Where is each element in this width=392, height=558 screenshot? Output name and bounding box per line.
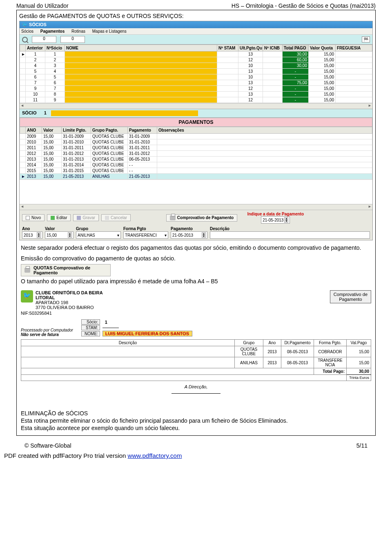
col-ultpgto[interactable]: Ult.Pgto.Qu [238,45,263,52]
menu-pagamentos[interactable]: Pagamentos [40,29,65,34]
footer-left: © Software-Global [24,442,71,449]
header-right: HS – Ornitologia - Gestão de Sócios e Qu… [232,2,376,9]
paycol-ano[interactable]: ANO [26,127,42,134]
pdf-link[interactable]: www.pdffactory.com [128,452,182,459]
receipt-table: Descrição Grupo Ano Dt.Pagamento Forma P… [21,339,371,381]
pay-header-row: ANO Valor Limite Pgto. Grupo Pagto. Paga… [20,127,372,134]
entry-forma-field[interactable]: TRANSFERENCI▾ [123,231,168,239]
entry-pag-field[interactable]: 21-05-2013▲▼ [171,231,207,239]
lbl-socio: Sócio: [81,319,100,325]
footer-right: 5/11 [356,442,368,449]
entry-grupo-field[interactable]: ANILHAS▾ [76,231,121,239]
entry-ano-field[interactable]: 2013▲▼ [22,231,42,239]
paycol-valor[interactable]: Valor [42,127,62,134]
table-row[interactable]: 10813-15,00 [20,92,372,97]
table-row[interactable]: 201015,0031-01-2010QUOTAS CLUBE31-01-201… [20,139,372,145]
flag-icon[interactable]: 🏁 [362,36,370,43]
processado: Processado por Computador [21,328,73,332]
elim-p1: Esta rotina permite eliminar o sócio do … [21,417,371,424]
entry-grupo-label: Grupo [76,226,121,231]
club-block: CLUBE ORNITÓFILO DA BEIRA LITORAL APARTA… [21,290,103,310]
search-toolbar: 0 0 🏁 [20,35,372,45]
table-row[interactable]: 201415,0031-01-2014QUOTAS CLUBE- - [20,162,372,168]
search-icon[interactable] [22,37,28,43]
rcol-dt: Dt.Pagamento [281,340,314,346]
paycol-limite[interactable]: Limite Pgto. [62,127,91,134]
page-header: Manual do Utilizador HS – Ornitologia - … [0,0,392,10]
menu-mapas[interactable]: Mapas e Listagens [92,29,127,34]
entry-desc-field[interactable] [210,231,370,239]
comprovativo-button[interactable]: Comprovativo de Pagamento [166,214,237,222]
col-valorquota[interactable]: Valor Quota [309,45,336,52]
col-icnb[interactable]: Nº ICNB [263,45,283,52]
paragraph-3: O tamanho do papel utilizado para impres… [21,278,371,285]
col-anterior[interactable]: Anterior [26,45,45,52]
table-row[interactable]: 201215,0031-01-2012QUOTAS CLUBE31-01-201… [20,151,372,157]
editar-button[interactable]: Editar [47,214,71,221]
table-row[interactable]: 200915,0031-01-2009QUOTAS CLUBE31-01-200… [20,134,372,139]
paycol-grupo[interactable]: Grupo Pagto. [91,127,128,134]
header-left: Manual do Utilizador [16,2,69,9]
table-row[interactable]: 221260,0015,00 [20,57,372,63]
cancelar-button[interactable]: Cancelar [101,214,131,221]
menu-socios[interactable]: Sócios [21,29,33,34]
novo-label: Novo [31,215,41,220]
socios-grid: Anterior NºSócio NOME Nº STAM Ult.Pgto.Q… [20,45,372,109]
rcol-ano: Ano [263,340,281,346]
entry-pag-label: Pagamento [171,226,207,231]
table-row[interactable]: 9712-15,00 [20,86,372,92]
comprov-label: Comprovativo de Pagamento [177,215,234,220]
paycol-pagamento[interactable]: Pagamento [128,127,157,134]
paycol-obs[interactable]: Observações [157,127,372,134]
entry-desc-label: Descrição [210,226,370,231]
col-nome[interactable]: NOME [65,45,217,52]
club-name-2: LITORAL [36,295,103,300]
spinner-icon[interactable]: ▲▼ [37,232,41,238]
table-row[interactable]: 11912-15,00 [20,97,372,103]
table-row[interactable]: 6510-15,00 [20,74,372,80]
print-icon [170,215,176,220]
pdf-note: PDF created with pdfFactory Pro trial ve… [0,450,392,463]
table-row[interactable]: ►111330,0015,00 [20,52,372,57]
menu-rotinas[interactable]: Rotinas [71,29,85,34]
novo-button[interactable]: Novo [22,214,45,221]
grid-hscroll[interactable] [20,103,372,109]
quotas-comprov-button[interactable]: QUOTAS Comprovativo de Pagamento [21,264,111,276]
table-row[interactable]: ►201315,0021-05-2013ANILHAS21-05-2013 [20,174,372,179]
snippet-text: QUOTAS Comprovativo de Pagamento [33,265,90,275]
lbl-stam: STAM: [81,325,100,330]
table-row[interactable]: 761375,0015,00 [20,80,372,86]
rcol-desc: Descrição [21,340,235,346]
spinner-icon[interactable]: ▲▼ [284,217,288,223]
col-totalpago[interactable]: Total PAGO [283,45,309,52]
gravar-button[interactable]: Gravar [73,214,99,221]
spinner-icon[interactable]: ▲▼ [68,232,72,238]
val-stam [102,327,119,328]
cancel-icon [105,216,109,220]
date-note: Indique a data de Pagamento 21-05-2013 ▲… [247,212,304,224]
table-row[interactable]: 431030,0015,00 [20,63,372,69]
col-stam[interactable]: Nº STAM [217,45,238,52]
club-logo-icon [21,290,33,303]
club-addr-1: APARTADO 198 [36,300,103,305]
search-field-1[interactable]: 0 [32,36,56,43]
table-row[interactable]: 201515,0031-01-2015QUOTAS CLUBE- - [20,168,372,174]
chevron-down-icon: ▾ [165,233,167,238]
rcol-grupo: Grupo [235,340,263,346]
table-row[interactable]: 5413-15,00 [20,69,372,74]
table-row[interactable]: 201315,0031-01-2013QUOTAS CLUBE06-05-201… [20,157,372,162]
entry-valor-field[interactable]: 15,00▲▼ [45,231,74,239]
entry-row: Ano 2013▲▼ Valor 15,00▲▼ Grupo ANILHAS▾ … [20,225,372,240]
table-row[interactable]: 201115,0031-01-2011QUOTAS CLUBE31-01-201… [20,145,372,151]
col-freguesia[interactable]: FREGUESIA [336,45,372,52]
date-note-text: Indique a data de Pagamento [247,212,304,216]
col-nsocio[interactable]: NºSócio [45,45,65,52]
date-note-field[interactable]: 21-05-2013 ▲▼ [261,216,290,224]
new-icon [26,216,30,220]
pay-hscroll[interactable] [20,204,372,210]
club-name-1: CLUBE ORNITÓFILO DA BEIRA [36,290,103,295]
spinner-icon[interactable]: ▲▼ [202,232,206,238]
table-row: ANILHAS201308-05-2013TRANSFERE NCIA15,00 [21,357,371,368]
search-field-2[interactable]: 0 [60,36,85,43]
elim-heading: ELIMINAÇÃO de SÓCIOS [21,410,371,417]
